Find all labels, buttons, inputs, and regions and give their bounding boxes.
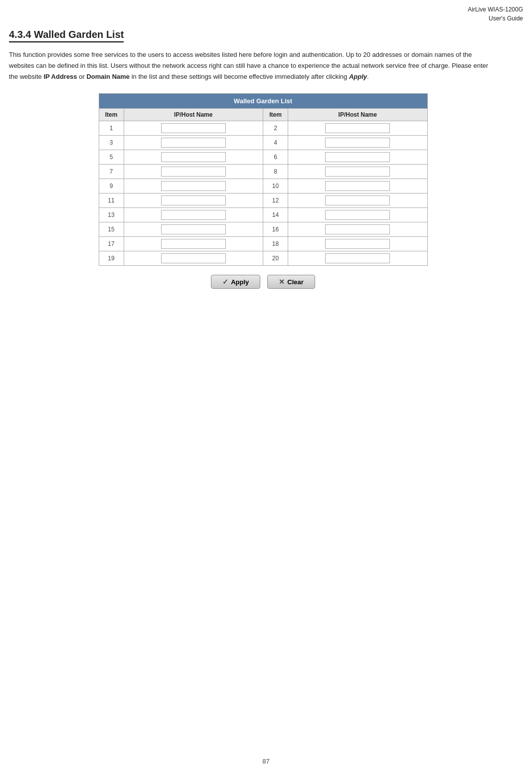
ip-host-input-left[interactable] bbox=[124, 251, 263, 266]
header-line1: AirLive WIAS-1200G bbox=[468, 6, 523, 13]
item-num-right: 14 bbox=[263, 208, 288, 222]
ip-host-field-9[interactable] bbox=[161, 181, 226, 191]
item-num-right: 12 bbox=[263, 194, 288, 208]
table-row: 1718 bbox=[99, 237, 427, 251]
item-num-right: 2 bbox=[263, 121, 288, 136]
table-row: 910 bbox=[99, 179, 427, 194]
ip-host-field-7[interactable] bbox=[161, 167, 226, 177]
ip-host-field-17[interactable] bbox=[161, 239, 226, 249]
table-row: 1516 bbox=[99, 222, 427, 237]
ip-host-input-right[interactable] bbox=[288, 194, 428, 208]
ip-host-input-left[interactable] bbox=[124, 208, 263, 222]
ip-host-field-18[interactable] bbox=[325, 239, 390, 249]
ip-host-field-15[interactable] bbox=[161, 224, 226, 234]
ip-host-field-1[interactable] bbox=[161, 123, 226, 133]
ip-host-field-14[interactable] bbox=[325, 210, 390, 220]
page-number: 87 bbox=[262, 758, 269, 765]
item-num-right: 20 bbox=[263, 251, 288, 266]
item-num-left: 17 bbox=[99, 237, 124, 251]
ip-host-input-right[interactable] bbox=[288, 222, 428, 237]
ip-host-input-left[interactable] bbox=[124, 179, 263, 194]
ip-host-input-right[interactable] bbox=[288, 208, 428, 222]
item-num-left: 19 bbox=[99, 251, 124, 266]
table-row: 56 bbox=[99, 150, 427, 165]
ip-host-input-left[interactable] bbox=[124, 165, 263, 179]
ip-host-input-left[interactable] bbox=[124, 150, 263, 165]
button-row: ✓ Apply ✕ Clear bbox=[99, 275, 428, 289]
x-icon: ✕ bbox=[279, 278, 285, 286]
item-num-right: 6 bbox=[263, 150, 288, 165]
ip-host-input-left[interactable] bbox=[124, 121, 263, 136]
ip-host-field-20[interactable] bbox=[325, 253, 390, 263]
ip-host-field-12[interactable] bbox=[325, 195, 390, 205]
table-row: 1112 bbox=[99, 194, 427, 208]
ip-host-input-left[interactable] bbox=[124, 237, 263, 251]
check-icon: ✓ bbox=[222, 278, 228, 286]
apply-button[interactable]: ✓ Apply bbox=[211, 275, 260, 289]
apply-label: Apply bbox=[231, 278, 249, 286]
item-num-right: 4 bbox=[263, 136, 288, 150]
col-header-item1: Item bbox=[99, 109, 124, 121]
table-row: 34 bbox=[99, 136, 427, 150]
header-line2: User's Guide bbox=[489, 15, 523, 22]
ip-host-input-right[interactable] bbox=[288, 136, 428, 150]
clear-label: Clear bbox=[287, 278, 304, 286]
item-num-right: 18 bbox=[263, 237, 288, 251]
ip-host-field-6[interactable] bbox=[325, 152, 390, 162]
ip-host-field-13[interactable] bbox=[161, 210, 226, 220]
col-header-item2: Item bbox=[263, 109, 288, 121]
table-row: 78 bbox=[99, 165, 427, 179]
ip-host-field-3[interactable] bbox=[161, 138, 226, 148]
col-header-iphost1: IP/Host Name bbox=[124, 109, 263, 121]
ip-host-field-10[interactable] bbox=[325, 181, 390, 191]
ip-host-field-11[interactable] bbox=[161, 195, 226, 205]
ip-host-input-left[interactable] bbox=[124, 136, 263, 150]
walled-garden-table: Walled Garden List Item IP/Host Name Ite… bbox=[99, 93, 428, 266]
item-num-left: 1 bbox=[99, 121, 124, 136]
col-header-iphost2: IP/Host Name bbox=[288, 109, 428, 121]
page-header: AirLive WIAS-1200G User's Guide bbox=[468, 5, 523, 23]
ip-host-input-right[interactable] bbox=[288, 121, 428, 136]
table-title-row: Walled Garden List bbox=[99, 94, 427, 109]
column-header-row: Item IP/Host Name Item IP/Host Name bbox=[99, 109, 427, 121]
table-row: 1920 bbox=[99, 251, 427, 266]
item-num-left: 9 bbox=[99, 179, 124, 194]
ip-host-field-5[interactable] bbox=[161, 152, 226, 162]
ip-host-input-left[interactable] bbox=[124, 222, 263, 237]
ip-host-field-16[interactable] bbox=[325, 224, 390, 234]
item-num-left: 13 bbox=[99, 208, 124, 222]
ip-host-input-right[interactable] bbox=[288, 251, 428, 266]
item-num-left: 5 bbox=[99, 150, 124, 165]
item-num-left: 3 bbox=[99, 136, 124, 150]
ip-host-input-right[interactable] bbox=[288, 179, 428, 194]
ip-host-field-19[interactable] bbox=[161, 253, 226, 263]
walled-garden-section: Walled Garden List Item IP/Host Name Ite… bbox=[99, 93, 428, 289]
page-description: This function provides some free service… bbox=[9, 49, 498, 82]
ip-host-field-4[interactable] bbox=[325, 138, 390, 148]
ip-host-field-2[interactable] bbox=[325, 123, 390, 133]
item-num-right: 8 bbox=[263, 165, 288, 179]
ip-host-input-right[interactable] bbox=[288, 165, 428, 179]
ip-host-input-left[interactable] bbox=[124, 194, 263, 208]
item-num-left: 11 bbox=[99, 194, 124, 208]
item-num-left: 15 bbox=[99, 222, 124, 237]
table-row: 1314 bbox=[99, 208, 427, 222]
ip-host-field-8[interactable] bbox=[325, 167, 390, 177]
item-num-right: 10 bbox=[263, 179, 288, 194]
clear-button[interactable]: ✕ Clear bbox=[267, 275, 315, 289]
ip-host-input-right[interactable] bbox=[288, 237, 428, 251]
item-num-left: 7 bbox=[99, 165, 124, 179]
table-row: 12 bbox=[99, 121, 427, 136]
item-num-right: 16 bbox=[263, 222, 288, 237]
ip-host-input-right[interactable] bbox=[288, 150, 428, 165]
page-title: 4.3.4 Walled Garden List bbox=[9, 29, 124, 42]
table-title: Walled Garden List bbox=[99, 94, 427, 109]
